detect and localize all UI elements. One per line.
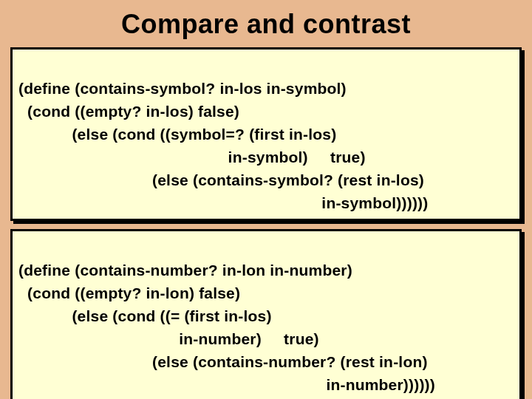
code-line: (define (contains-symbol? in-los in-symb… [18,80,347,97]
code-box-number: (define (contains-number? in-lon in-numb… [10,229,522,399]
code-line: (else (contains-number? (rest in-lon) [18,353,428,370]
code-line: (cond ((empty? in-los) false) [18,103,239,120]
slide-title: Compare and contrast [10,9,522,40]
code-line: (else (contains-symbol? (rest in-los) [18,171,424,188]
slide: Compare and contrast (define (contains-s… [0,0,532,399]
code-line: in-symbol)))))) [18,194,428,211]
code-line: (else (cond ((= (first in-los) [18,307,272,324]
code-line: (cond ((empty? in-lon) false) [18,284,240,301]
code-line: in-number)))))) [18,376,435,393]
code-line: in-number) true) [18,330,319,347]
code-box-symbol: (define (contains-symbol? in-los in-symb… [10,47,522,221]
code-line: in-symbol) true) [18,149,366,166]
code-line: (define (contains-number? in-lon in-numb… [18,262,352,279]
code-line: (else (cond ((symbol=? (first in-los) [18,126,336,143]
